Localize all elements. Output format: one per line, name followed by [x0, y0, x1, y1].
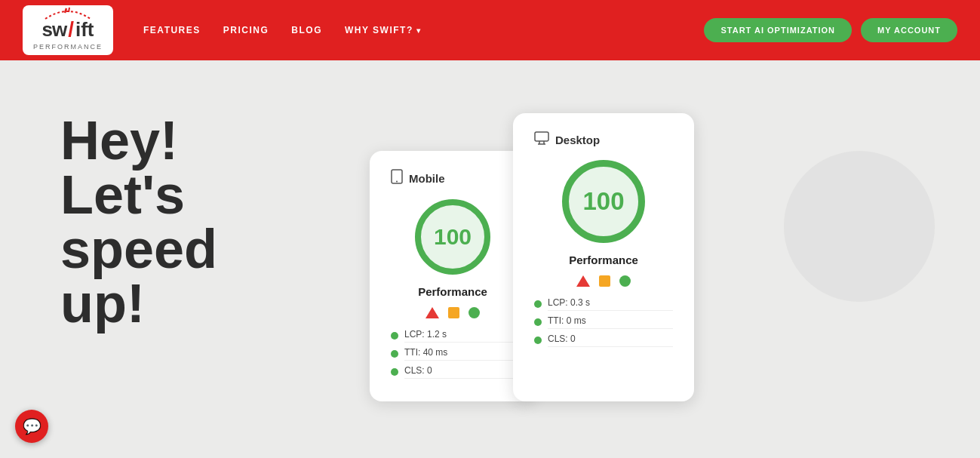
- moderate-icon: [448, 307, 459, 318]
- hero-line2: Let's: [60, 168, 347, 222]
- nav-links: FEATURES PRICING BLOG WHY SWIFT? ▾: [143, 25, 704, 35]
- desktop-cls-value: CLS: 0: [548, 334, 673, 347]
- chevron-down-icon: ▾: [416, 26, 422, 35]
- metric-dot-cls-d: [534, 337, 542, 344]
- desktop-score-circle: 100: [562, 160, 645, 243]
- warning-icon: [425, 307, 439, 318]
- mobile-lcp-value: LCP: 1.2 s: [404, 329, 515, 343]
- desktop-tti-value: TTI: 0 ms: [548, 315, 673, 329]
- metric-dot-tti-d: [534, 318, 542, 326]
- logo-text-sw: sw: [42, 18, 67, 41]
- logo-text-ift: ift: [75, 18, 94, 41]
- chat-bubble-button[interactable]: 💬: [15, 410, 48, 443]
- desktop-icon: [534, 131, 549, 148]
- desktop-card: Desktop 100 Performance LCP: 0.3 s: [513, 113, 694, 401]
- logo-slash: /: [68, 17, 74, 41]
- logo[interactable]: sw / ift PERFORMANCE: [23, 5, 113, 55]
- mobile-card-title: Mobile: [409, 172, 445, 185]
- desktop-status-icons: [534, 275, 673, 287]
- metric-dot-lcp-d: [534, 300, 542, 308]
- mobile-cls: CLS: 0: [391, 365, 515, 379]
- logo-performance-text: PERFORMANCE: [33, 43, 103, 51]
- hero-line1: Hey!: [60, 113, 347, 168]
- metric-dot-cls: [391, 368, 398, 376]
- svg-rect-4: [535, 132, 548, 141]
- nav-why-swift[interactable]: WHY SWIFT? ▾: [345, 25, 421, 35]
- hero-heading: Hey! Let's speed up!: [60, 113, 347, 330]
- svg-line-1: [69, 8, 69, 12]
- desktop-lcp-value: LCP: 0.3 s: [548, 297, 673, 311]
- good-icon: [468, 307, 480, 318]
- hero-line4: up!: [60, 276, 347, 330]
- hero-section: Hey! Let's speed up! Mobile 100: [0, 60, 980, 458]
- mobile-score: 100: [434, 224, 472, 250]
- desktop-card-header: Desktop: [534, 131, 673, 148]
- nav-pricing[interactable]: PRICING: [223, 25, 269, 35]
- mobile-score-circle: 100: [415, 199, 490, 275]
- performance-cards: Mobile 100 Performance LCP: 1.2 s: [370, 106, 694, 401]
- desktop-tti: TTI: 0 ms: [534, 315, 673, 329]
- mobile-cls-value: CLS: 0: [404, 365, 515, 379]
- mobile-card-header: Mobile: [391, 169, 515, 187]
- mobile-icon: [391, 169, 403, 187]
- mobile-score-wrapper: 100: [391, 199, 515, 275]
- svg-line-0: [65, 8, 66, 13]
- desktop-score-wrapper: 100: [534, 160, 673, 243]
- warning-icon-d: [576, 275, 590, 287]
- desktop-lcp: LCP: 0.3 s: [534, 297, 673, 311]
- nav-buttons: START AI OPTIMIZATION MY ACCOUNT: [704, 18, 957, 42]
- metric-dot-tti: [391, 350, 398, 358]
- desktop-card-title: Desktop: [555, 134, 600, 146]
- metric-dot-lcp: [391, 332, 398, 340]
- my-account-button[interactable]: MY ACCOUNT: [861, 18, 957, 42]
- desktop-metrics: LCP: 0.3 s TTI: 0 ms CLS: 0: [534, 297, 673, 347]
- mobile-lcp: LCP: 1.2 s: [391, 329, 515, 343]
- chat-icon: 💬: [23, 417, 41, 435]
- mobile-card: Mobile 100 Performance LCP: 1.2 s: [370, 151, 536, 401]
- start-ai-optimization-button[interactable]: START AI OPTIMIZATION: [704, 18, 852, 42]
- nav-blog[interactable]: BLOG: [291, 25, 322, 35]
- moderate-icon-d: [599, 275, 610, 287]
- logo-arc-icon: [38, 7, 98, 20]
- hero-text: Hey! Let's speed up!: [60, 98, 347, 330]
- decorative-circle: [784, 151, 935, 302]
- good-icon-d: [619, 275, 631, 287]
- desktop-score: 100: [582, 187, 624, 216]
- nav-features[interactable]: FEATURES: [143, 25, 201, 35]
- mobile-tti: TTI: 40 ms: [391, 347, 515, 361]
- mobile-status-icons: [391, 307, 515, 318]
- svg-point-3: [396, 181, 398, 183]
- mobile-perf-label: Performance: [391, 285, 515, 298]
- desktop-cls: CLS: 0: [534, 334, 673, 347]
- hero-line3: speed: [60, 222, 347, 276]
- desktop-perf-label: Performance: [534, 254, 673, 266]
- navbar: sw / ift PERFORMANCE FEATURES PRICING BL…: [0, 0, 980, 60]
- mobile-tti-value: TTI: 40 ms: [404, 347, 515, 361]
- mobile-metrics: LCP: 1.2 s TTI: 40 ms CLS: 0: [391, 329, 515, 379]
